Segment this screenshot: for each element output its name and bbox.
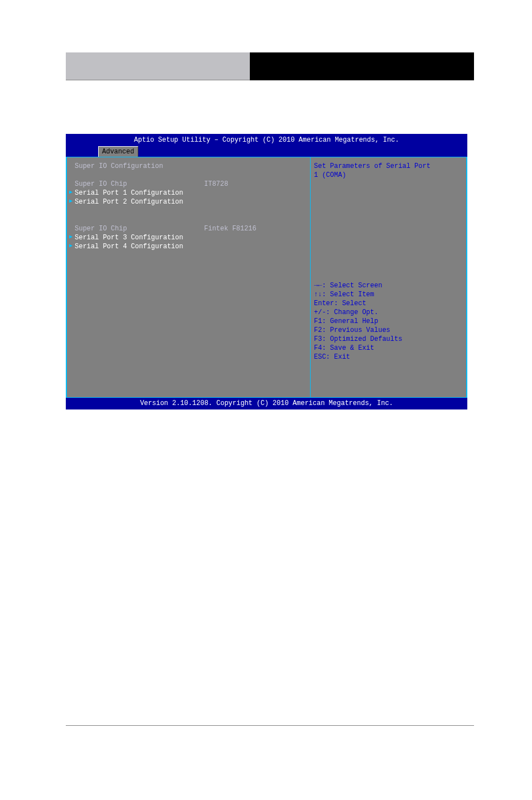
super-io-chip-2: Super IO ChipFintek F81216 bbox=[67, 224, 310, 233]
chip2-value: Fintek F81216 bbox=[204, 224, 257, 233]
bios-right-panel: Set Parameters of Serial Port 1 (COMA) →… bbox=[311, 157, 467, 397]
blank-line bbox=[67, 215, 310, 224]
bios-footer: Version 2.10.1208. Copyright (C) 2010 Am… bbox=[66, 398, 467, 409]
nav-esc-exit: ESC: Exit bbox=[314, 353, 402, 362]
submenu-arrow-icon: ▶ bbox=[69, 242, 72, 249]
nav-general-help: F1: General Help bbox=[314, 317, 402, 326]
serial-port-2-config[interactable]: Serial Port 2 Configuration bbox=[67, 197, 310, 206]
chip1-value: IT8728 bbox=[204, 180, 228, 189]
context-help-line-1: Set Parameters of Serial Port bbox=[314, 162, 463, 171]
blank-line bbox=[67, 206, 310, 215]
serial-port-4-config[interactable]: Serial Port 4 Configuration bbox=[67, 242, 310, 251]
serial-port-3-config[interactable]: Serial Port 3 Configuration bbox=[67, 233, 310, 242]
bios-tab-row: Advanced bbox=[66, 146, 467, 157]
submenu-arrow-icon: ▶ bbox=[69, 233, 72, 240]
submenu-arrow-icon: ▶ bbox=[69, 189, 72, 195]
bios-title-bar: Aptio Setup Utility – Copyright (C) 2010… bbox=[66, 134, 467, 146]
page-footer-divider bbox=[66, 725, 474, 759]
bios-left-panel: Super IO Configuration Super IO ChipIT87… bbox=[66, 157, 311, 397]
section-title: Super IO Configuration bbox=[67, 162, 310, 171]
nav-enter-select: Enter: Select bbox=[314, 299, 402, 308]
bios-body: Super IO Configuration Super IO ChipIT87… bbox=[66, 157, 467, 398]
serial-port-1-config[interactable]: Serial Port 1 Configuration bbox=[67, 189, 310, 197]
nav-select-item: ↑↓: Select Item bbox=[314, 290, 402, 299]
nav-save-exit: F4: Save & Exit bbox=[314, 344, 402, 353]
nav-select-screen: →←: Select Screen bbox=[314, 281, 402, 290]
submenu-arrow-icon: ▶ bbox=[69, 197, 72, 204]
header-right-block bbox=[250, 52, 474, 80]
nav-change-opt: +/-: Change Opt. bbox=[314, 308, 402, 317]
nav-optimized-defaults: F3: Optimized Defaults bbox=[314, 335, 402, 344]
chip1-label: Super IO Chip bbox=[75, 180, 127, 188]
nav-previous-values: F2: Previous Values bbox=[314, 326, 402, 335]
nav-help-block: →←: Select Screen ↑↓: Select Item Enter:… bbox=[314, 281, 402, 362]
page-header-bar bbox=[66, 52, 474, 80]
header-left-block bbox=[66, 52, 250, 80]
super-io-chip-1: Super IO ChipIT8728 bbox=[67, 180, 310, 189]
tab-advanced[interactable]: Advanced bbox=[98, 146, 138, 157]
chip2-label: Super IO Chip bbox=[75, 225, 127, 233]
bios-screen: Aptio Setup Utility – Copyright (C) 2010… bbox=[66, 134, 467, 409]
context-help-line-2: 1 (COMA) bbox=[314, 171, 463, 180]
blank-line bbox=[67, 171, 310, 180]
